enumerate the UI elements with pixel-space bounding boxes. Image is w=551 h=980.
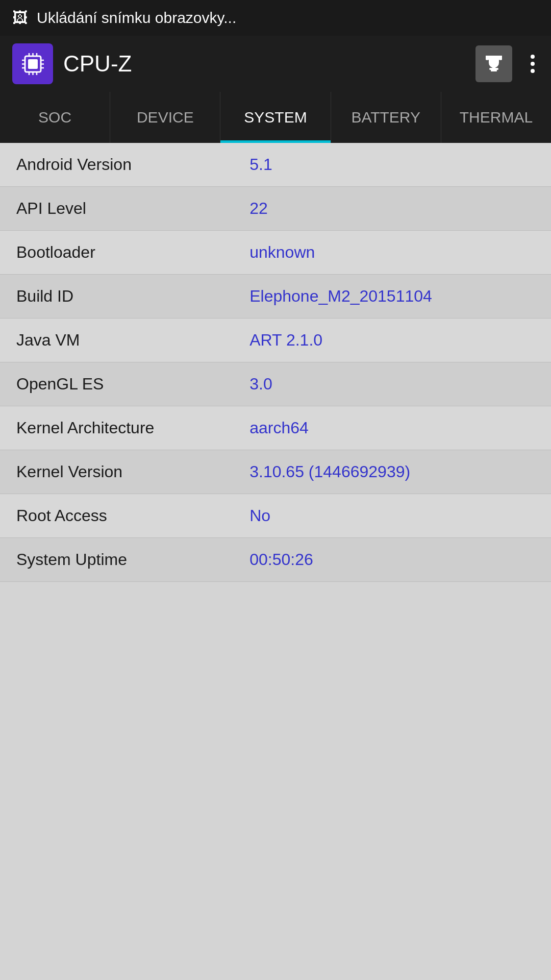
trophy-icon: [484, 54, 504, 74]
info-label: System Uptime: [16, 550, 249, 569]
overflow-menu-button[interactable]: [527, 51, 539, 77]
cpu-logo-icon: [19, 50, 47, 78]
overflow-dot-1: [531, 55, 535, 59]
overflow-dot-3: [531, 69, 535, 73]
info-row: Root AccessNo: [0, 494, 551, 538]
info-value: 22: [249, 199, 535, 218]
info-value: No: [249, 506, 535, 525]
svg-rect-15: [489, 68, 498, 70]
tab-thermal[interactable]: Thermal: [441, 92, 551, 143]
info-row: OpenGL ES3.0: [0, 362, 551, 406]
tab-soc[interactable]: SoC: [0, 92, 110, 143]
tab-battery[interactable]: Battery: [331, 92, 441, 143]
status-bar: 🖼 Ukládání snímku obrazovky...: [0, 0, 551, 36]
info-label: OpenGL ES: [16, 375, 249, 394]
info-value: 3.0: [249, 375, 535, 394]
info-row: Bootloaderunknown: [0, 231, 551, 275]
info-label: Android Version: [16, 155, 249, 174]
info-label: Root Access: [16, 506, 249, 525]
info-label: Java VM: [16, 331, 249, 350]
info-row: System Uptime00:50:26: [0, 538, 551, 582]
info-label: Build ID: [16, 287, 249, 306]
app-bar-right: [475, 45, 539, 82]
svg-rect-14: [492, 63, 495, 68]
info-row: Build IDElephone_M2_20151104: [0, 275, 551, 318]
info-label: API Level: [16, 199, 249, 218]
app-bar: CPU-Z: [0, 36, 551, 92]
info-row: Java VMART 2.1.0: [0, 318, 551, 362]
info-label: Kernel Version: [16, 462, 249, 481]
info-value: 00:50:26: [249, 550, 535, 569]
overflow-dot-2: [531, 62, 535, 66]
svg-rect-16: [491, 70, 497, 71]
app-title: CPU-Z: [63, 51, 132, 77]
app-bar-left: CPU-Z: [12, 43, 132, 84]
tab-device[interactable]: Device: [110, 92, 220, 143]
info-label: Kernel Architecture: [16, 419, 249, 437]
tab-system[interactable]: System: [220, 92, 331, 143]
info-row: API Level22: [0, 187, 551, 231]
system-info-content: Android Version5.1API Level22Bootloaderu…: [0, 143, 551, 582]
svg-rect-1: [28, 59, 38, 69]
info-label: Bootloader: [16, 243, 249, 262]
info-row: Kernel Version3.10.65 (1446692939): [0, 450, 551, 494]
tab-bar: SoC Device System Battery Thermal: [0, 92, 551, 143]
status-bar-text: Ukládání snímku obrazovky...: [37, 9, 236, 27]
info-value: Elephone_M2_20151104: [249, 287, 535, 306]
info-row: Kernel Architectureaarch64: [0, 406, 551, 450]
info-value: ART 2.1.0: [249, 331, 535, 350]
info-value: 5.1: [249, 155, 535, 174]
info-row: Android Version5.1: [0, 143, 551, 187]
app-logo: [12, 43, 53, 84]
info-value: aarch64: [249, 419, 535, 437]
screenshot-icon: 🖼: [12, 9, 28, 27]
info-value: unknown: [249, 243, 535, 262]
info-value: 3.10.65 (1446692939): [249, 462, 535, 481]
trophy-button[interactable]: [475, 45, 512, 82]
